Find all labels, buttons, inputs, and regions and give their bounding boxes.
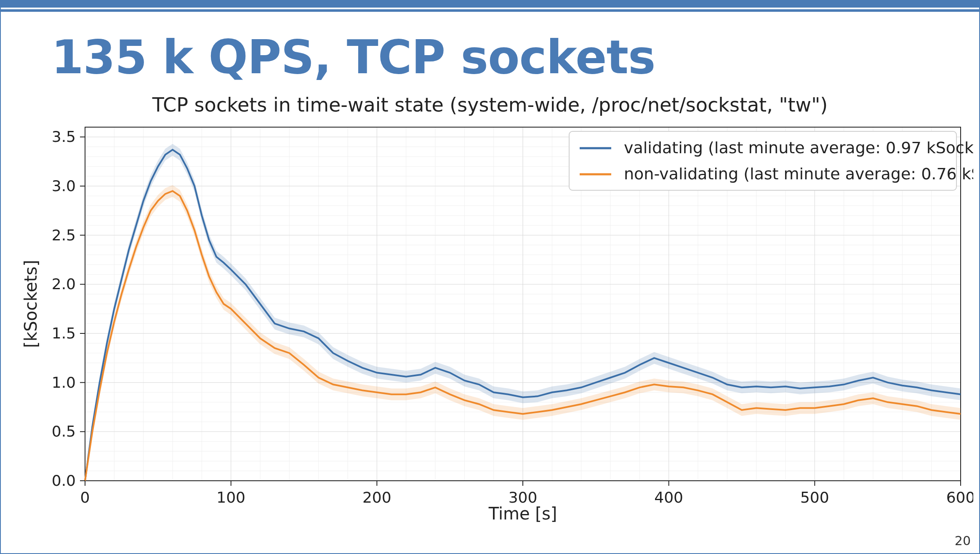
chart-area: 01002003004005006000.00.51.01.52.02.53.0…	[13, 123, 973, 527]
svg-text:500: 500	[800, 489, 829, 506]
svg-text:2.0: 2.0	[52, 275, 76, 293]
svg-text:1.0: 1.0	[52, 374, 76, 391]
chart-svg: 01002003004005006000.00.51.01.52.02.53.0…	[13, 123, 973, 527]
top-accent-bar-thin	[1, 9, 979, 12]
y-axis: 0.00.51.01.52.02.53.03.5	[52, 128, 85, 489]
svg-text:2.5: 2.5	[52, 226, 76, 244]
chart-title: TCP sockets in time-wait state (system-w…	[1, 93, 979, 116]
svg-text:100: 100	[216, 489, 245, 506]
legend: validating (last minute average: 0.97 kS…	[569, 131, 973, 190]
slide-title: 135 k QPS, TCP sockets	[51, 30, 655, 84]
svg-text:3.0: 3.0	[52, 177, 76, 194]
svg-text:0.5: 0.5	[52, 423, 76, 440]
svg-text:200: 200	[362, 489, 391, 506]
legend-label-1: non-validating (last minute average: 0.7…	[624, 165, 973, 183]
svg-text:400: 400	[654, 489, 683, 506]
svg-text:1.5: 1.5	[52, 325, 76, 342]
svg-text:0.0: 0.0	[52, 472, 76, 489]
svg-text:3.5: 3.5	[52, 128, 76, 145]
y-axis-label: [kSockets]	[21, 260, 40, 348]
page-number: 20	[955, 533, 971, 548]
slide: 135 k QPS, TCP sockets TCP sockets in ti…	[0, 0, 980, 554]
svg-text:0: 0	[80, 489, 90, 506]
x-axis: 0100200300400500600	[80, 481, 973, 506]
svg-text:600: 600	[946, 489, 973, 506]
legend-label-0: validating (last minute average: 0.97 kS…	[624, 138, 973, 157]
top-accent-bar	[1, 1, 979, 8]
x-axis-label: Time [s]	[488, 504, 557, 523]
svg-text:300: 300	[509, 489, 538, 506]
